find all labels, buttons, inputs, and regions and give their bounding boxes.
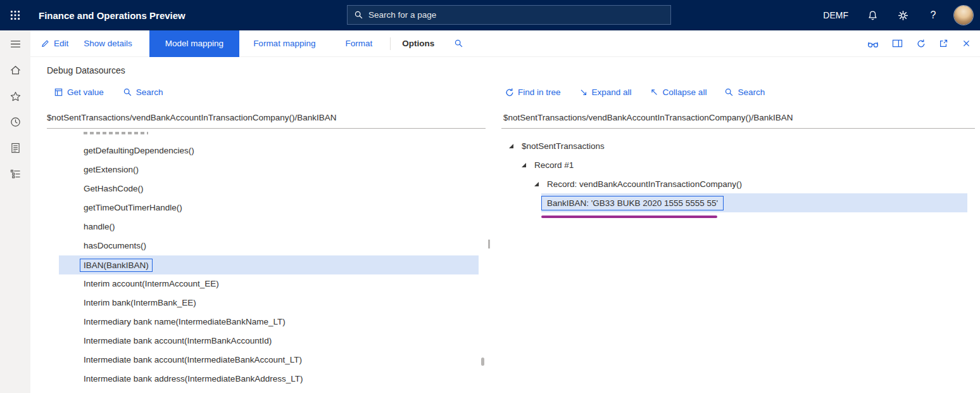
tree-node[interactable]: Record #1	[500, 155, 976, 174]
left-path-input[interactable]: $notSentTransactions/vendBankAccountInTr…	[47, 113, 486, 129]
expand-all-icon	[579, 87, 588, 97]
clock-icon	[10, 117, 21, 127]
nav-recent-button[interactable]	[0, 109, 30, 135]
refresh-button[interactable]	[916, 39, 926, 48]
close-icon	[962, 39, 971, 48]
gear-icon	[898, 10, 908, 21]
collapse-all-button[interactable]: Collapse all	[650, 87, 707, 97]
home-icon	[10, 65, 21, 75]
list-item[interactable]: Interim bank(IntermBank_EE)	[59, 293, 479, 312]
app-title[interactable]: Finance and Operations Preview	[39, 0, 185, 30]
top-navigation-bar: Finance and Operations Preview DEMF	[0, 0, 980, 30]
tree-node-label: Record: vendBankAccountInTransactionComp…	[547, 179, 742, 189]
list-item[interactable]: Intermediary bank name(IntermediateBankN…	[59, 312, 479, 332]
expanded-caret-icon[interactable]	[534, 182, 539, 186]
right-path-text: $notSentTransactions/vendBankAccountInTr…	[503, 113, 793, 122]
tab-format-mapping[interactable]: Format mapping	[253, 39, 315, 48]
list-item-label: Interim bank(IntermBank_EE)	[84, 298, 196, 307]
action-pane-search-button[interactable]	[454, 39, 463, 48]
settings-button[interactable]	[888, 0, 918, 30]
tree-node[interactable]: BankIBAN: 'GB33 BUKB 2020 1555 5555 55'	[541, 193, 967, 212]
edit-button[interactable]: Edit	[41, 39, 68, 48]
nav-home-button[interactable]	[0, 57, 30, 83]
right-path-input[interactable]: $notSentTransactions/vendBankAccountInTr…	[501, 113, 975, 129]
get-value-label: Get value	[67, 87, 104, 97]
expanded-caret-icon[interactable]	[509, 144, 513, 148]
search-icon	[354, 10, 363, 20]
left-search-label: Search	[136, 87, 163, 97]
attachments-pane-button[interactable]	[892, 39, 903, 48]
list-item[interactable]: Interim account(IntermAccount_EE)	[59, 274, 479, 293]
format-mapping-label: Format mapping	[253, 39, 315, 48]
user-avatar	[954, 6, 973, 25]
expand-navigation-button[interactable]	[0, 30, 30, 57]
open-in-new-window-button[interactable]	[939, 39, 948, 48]
left-navigation-rail	[0, 30, 30, 393]
tab-format[interactable]: Format	[345, 39, 372, 48]
action-pane: Edit Show details Model mapping Format m…	[30, 30, 980, 57]
saved-views-button[interactable]	[867, 39, 879, 48]
scrollbar-thumb[interactable]	[488, 240, 490, 248]
pencil-icon	[41, 39, 50, 48]
list-item-label: Intermediate bank address(IntermediateBa…	[84, 374, 303, 383]
list-item-label: Intermediate bank account(IntermediateBa…	[84, 355, 302, 364]
find-in-tree-label: Find in tree	[518, 87, 561, 97]
list-item[interactable]: Intermediate bank address(IntermediateBa…	[59, 370, 479, 389]
expanded-caret-icon[interactable]	[522, 163, 526, 167]
list-item[interactable]: Intermediate bank account(IntermBankAcco…	[59, 332, 479, 351]
right-search-button[interactable]: Search	[724, 87, 765, 97]
tab-options[interactable]: Options	[402, 39, 434, 48]
list-item[interactable]: GetHashCode()	[59, 179, 479, 198]
hierarchy-list-icon	[10, 169, 21, 179]
page-search-box[interactable]	[347, 5, 671, 25]
search-icon	[724, 87, 734, 97]
account-button[interactable]	[948, 0, 979, 30]
find-in-tree-button[interactable]: Find in tree	[505, 87, 561, 97]
expand-all-button[interactable]: Expand all	[579, 87, 632, 97]
glasses-icon	[867, 39, 879, 48]
method-list: getDefaultingDependencies()getExtension(…	[59, 141, 479, 389]
document-icon	[11, 143, 20, 153]
left-pane-toolbar: Get value Search	[54, 87, 163, 97]
debug-datasources-panel: Debug Datasources Get value Search	[30, 57, 980, 393]
notifications-button[interactable]	[857, 0, 888, 30]
list-item[interactable]: IBAN(BankIBAN)	[59, 255, 479, 274]
list-item-label: GetHashCode()	[84, 184, 144, 193]
search-icon	[454, 39, 463, 48]
get-value-button[interactable]: Get value	[54, 87, 104, 97]
list-item[interactable]: getTimeOutTimerHandle()	[59, 198, 479, 217]
page-title: Debug Datasources	[47, 65, 125, 75]
list-item[interactable]: Intermediate bank account(IntermediateBa…	[59, 351, 479, 370]
nav-workspaces-button[interactable]	[0, 135, 30, 161]
scrollbar-thumb[interactable]	[481, 358, 484, 366]
show-details-button[interactable]: Show details	[84, 39, 132, 48]
options-label: Options	[402, 39, 434, 48]
tree-node[interactable]: Record: vendBankAccountInTransactionComp…	[500, 174, 976, 193]
show-details-label: Show details	[84, 39, 132, 48]
help-button[interactable]: ?	[918, 0, 948, 30]
list-item[interactable]: hasDocuments()	[59, 236, 479, 255]
expand-all-label: Expand all	[592, 87, 632, 97]
nav-modules-button[interactable]	[0, 161, 30, 187]
close-button[interactable]	[962, 39, 971, 48]
tab-model-mapping[interactable]: Model mapping	[149, 30, 239, 57]
left-path-text: $notSentTransactions/vendBankAccountInTr…	[47, 113, 337, 122]
company-selector[interactable]: DEMF	[819, 10, 857, 20]
edit-label: Edit	[54, 39, 68, 48]
tree-node[interactable]: $notSentTransactions	[500, 136, 976, 155]
left-search-button[interactable]: Search	[123, 87, 163, 97]
app-window: Finance and Operations Preview DEMF	[0, 0, 980, 393]
list-item[interactable]: getDefaultingDependencies()	[59, 141, 479, 160]
tree-node-label: $notSentTransactions	[522, 141, 605, 151]
list-item[interactable]: handle()	[59, 217, 479, 236]
hamburger-menu-icon	[10, 40, 21, 48]
list-item-label: getTimeOutTimerHandle()	[84, 203, 182, 212]
format-label: Format	[345, 39, 372, 48]
app-launcher-button[interactable]	[0, 0, 30, 30]
app-launcher-grid-icon	[10, 10, 20, 20]
list-item[interactable]: getExtension()	[59, 160, 479, 179]
top-right-cluster: DEMF ?	[819, 0, 979, 30]
nav-favorites-button[interactable]	[0, 83, 30, 109]
list-item-label: handle()	[84, 222, 115, 231]
page-search-input[interactable]	[368, 10, 664, 20]
